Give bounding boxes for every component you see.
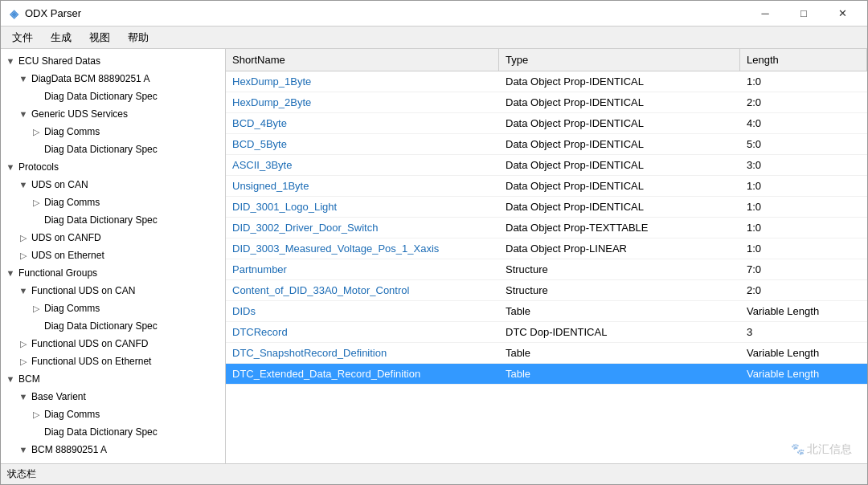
expand-icon-uds-canfd[interactable]: ▷ bbox=[17, 231, 30, 244]
sidebar-item-ecu-shared[interactable]: ▼ECU Shared Datas bbox=[1, 52, 225, 70]
table-row[interactable]: PartnumberStructure7:0 bbox=[226, 259, 867, 280]
cell-shortname-8: DID_3003_Measured_Voltage_Pos_1_Xaxis bbox=[226, 243, 499, 255]
cell-shortname-4: ASCII_3Byte bbox=[226, 159, 499, 171]
cell-shortname-10: Content_of_DID_33A0_Motor_Control bbox=[226, 284, 499, 296]
sidebar-item-diag-comms-3[interactable]: ▷Diag Comms bbox=[1, 300, 225, 317]
table-row[interactable]: DTCRecordDTC Dop-IDENTICAL3 bbox=[226, 322, 867, 343]
table-row[interactable]: ASCII_3ByteData Object Prop-IDENTICAL3:0 bbox=[226, 155, 867, 176]
cell-length-0: 1:0 bbox=[740, 75, 867, 88]
cell-shortname-5: Unsigned_1Byte bbox=[226, 180, 499, 192]
cell-length-12: 3 bbox=[740, 326, 867, 338]
cell-length-5: 1:0 bbox=[740, 180, 867, 192]
sidebar-item-func-uds-eth[interactable]: ▷Functional UDS on Ethernet bbox=[1, 353, 225, 370]
expand-icon-bcm-88890251[interactable]: ▼ bbox=[17, 443, 30, 456]
cell-shortname-9: Partnumber bbox=[226, 263, 499, 275]
expand-icon-diag-dict-4[interactable] bbox=[30, 320, 43, 332]
sidebar-label-func-uds-canfd: Functional UDS on CANFD bbox=[30, 338, 148, 349]
menu-item-文件[interactable]: 文件 bbox=[4, 27, 41, 48]
expand-icon-generic-uds[interactable]: ▼ bbox=[17, 108, 30, 120]
expand-icon-diag-comms-1[interactable]: ▷ bbox=[30, 125, 43, 138]
sidebar-item-diag-bcm[interactable]: ▼DiagData BCM 88890251 A bbox=[1, 70, 225, 88]
cell-type-10: Structure bbox=[499, 284, 740, 296]
cell-type-12: DTC Dop-IDENTICAL bbox=[499, 326, 740, 338]
cell-shortname-11: DIDs bbox=[226, 305, 499, 317]
expand-icon-diag-dict-2[interactable] bbox=[30, 143, 43, 156]
expand-icon-ecu-shared[interactable]: ▼ bbox=[4, 55, 17, 67]
sidebar-item-diag-dict-3[interactable]: Diag Data Dictionary Spec bbox=[1, 211, 225, 229]
expand-icon-diag-bcm[interactable]: ▼ bbox=[17, 72, 30, 85]
table-row[interactable]: Unsigned_1ByteData Object Prop-IDENTICAL… bbox=[226, 176, 867, 197]
sidebar-item-func-uds-canfd[interactable]: ▷Functional UDS on CANFD bbox=[1, 335, 225, 353]
expand-icon-protocols[interactable]: ▼ bbox=[4, 161, 17, 173]
sidebar-item-uds-canfd[interactable]: ▷UDS on CANFD bbox=[1, 229, 225, 247]
expand-icon-functional[interactable]: ▼ bbox=[4, 267, 17, 279]
cell-length-9: 7:0 bbox=[740, 263, 867, 275]
sidebar-item-uds-can[interactable]: ▼UDS on CAN bbox=[1, 176, 225, 194]
menu-item-帮助[interactable]: 帮助 bbox=[120, 27, 157, 48]
sidebar-item-bcm[interactable]: ▼BCM bbox=[1, 370, 225, 388]
expand-icon-diag-comms-2[interactable]: ▷ bbox=[30, 196, 43, 209]
sidebar-item-diag-dict-5[interactable]: Diag Data Dictionary Spec bbox=[1, 423, 225, 441]
sidebar-item-bcm-88890251[interactable]: ▼BCM 88890251 A bbox=[1, 441, 225, 459]
sidebar-item-generic-uds[interactable]: ▼Generic UDS Services bbox=[1, 105, 225, 123]
expand-icon-bcm[interactable]: ▼ bbox=[4, 373, 17, 385]
sidebar-item-func-uds-can[interactable]: ▼Functional UDS on CAN bbox=[1, 282, 225, 300]
sidebar-item-diag-comms-1[interactable]: ▷Diag Comms bbox=[1, 123, 225, 141]
expand-icon-diag-dict-1[interactable] bbox=[30, 90, 43, 103]
cell-type-3: Data Object Prop-IDENTICAL bbox=[499, 138, 740, 150]
status-label: 状态栏 bbox=[7, 467, 36, 481]
sidebar-item-uds-ethernet[interactable]: ▷UDS on Ethernet bbox=[1, 247, 225, 264]
sidebar-item-diag-comms-4[interactable]: ▷Diag Comms bbox=[1, 406, 225, 423]
sidebar-item-functional[interactable]: ▼Functional Groups bbox=[1, 264, 225, 282]
cell-type-6: Data Object Prop-IDENTICAL bbox=[499, 201, 740, 213]
maximize-button[interactable]: □ bbox=[785, 1, 822, 26]
expand-icon-uds-can[interactable]: ▼ bbox=[17, 178, 30, 191]
expand-icon-base-varient[interactable]: ▼ bbox=[17, 390, 30, 403]
header-shortname: ShortName bbox=[226, 49, 499, 71]
cell-shortname-6: DID_3001_Logo_Light bbox=[226, 201, 499, 213]
expand-icon-diag-comms-4[interactable]: ▷ bbox=[30, 408, 43, 421]
table-row[interactable]: BCD_5ByteData Object Prop-IDENTICAL5:0 bbox=[226, 134, 867, 155]
sidebar-item-diag-dict-1[interactable]: Diag Data Dictionary Spec bbox=[1, 88, 225, 105]
cell-length-7: 1:0 bbox=[740, 222, 867, 234]
sidebar-item-protocols[interactable]: ▼Protocols bbox=[1, 158, 225, 176]
cell-type-11: Table bbox=[499, 305, 740, 317]
sidebar-label-uds-can: UDS on CAN bbox=[30, 179, 88, 190]
menu-item-生成[interactable]: 生成 bbox=[43, 27, 80, 48]
expand-icon-diag-dict-3[interactable] bbox=[30, 214, 43, 226]
table-row[interactable]: BCD_4ByteData Object Prop-IDENTICAL4:0 bbox=[226, 113, 867, 134]
table-row[interactable]: Content_of_DID_33A0_Motor_ControlStructu… bbox=[226, 280, 867, 301]
menu-item-视图[interactable]: 视图 bbox=[81, 27, 118, 48]
minimize-button[interactable]: ─ bbox=[747, 1, 784, 26]
table-row[interactable]: DID_3003_Measured_Voltage_Pos_1_XaxisDat… bbox=[226, 238, 867, 259]
expand-icon-diag-comms-3[interactable]: ▷ bbox=[30, 302, 43, 315]
sidebar-item-diag-comms-2[interactable]: ▷Diag Comms bbox=[1, 194, 225, 211]
cell-length-8: 1:0 bbox=[740, 243, 867, 255]
cell-type-0: Data Object Prop-IDENTICAL bbox=[499, 75, 740, 88]
sidebar-label-bcm: BCM bbox=[17, 373, 40, 385]
close-button[interactable]: ✕ bbox=[824, 1, 861, 26]
cell-shortname-3: BCD_5Byte bbox=[226, 138, 499, 150]
table-row[interactable]: DID_3001_Logo_LightData Object Prop-IDEN… bbox=[226, 197, 867, 218]
sidebar-label-functional: Functional Groups bbox=[17, 267, 97, 279]
expand-icon-func-uds-canfd[interactable]: ▷ bbox=[17, 337, 30, 350]
expand-icon-func-uds-eth[interactable]: ▷ bbox=[17, 355, 30, 368]
cell-type-8: Data Object Prop-LINEAR bbox=[499, 243, 740, 255]
expand-icon-func-uds-can[interactable]: ▼ bbox=[17, 284, 30, 297]
table-row[interactable]: HexDump_2ByteData Object Prop-IDENTICAL2… bbox=[226, 92, 867, 113]
expand-icon-uds-ethernet[interactable]: ▷ bbox=[17, 249, 30, 262]
cell-shortname-7: DID_3002_Driver_Door_Switch bbox=[226, 222, 499, 234]
expand-icon-diag-dict-5[interactable] bbox=[30, 426, 43, 438]
app-icon: ◈ bbox=[7, 7, 20, 20]
table-row[interactable]: DTC_SnapshotRecord_DefinitionTableVariab… bbox=[226, 343, 867, 364]
table-row[interactable]: DIDsTableVariable Length bbox=[226, 301, 867, 322]
table-body: HexDump_1ByteData Object Prop-IDENTICAL1… bbox=[226, 71, 867, 463]
sidebar-item-diag-dict-4[interactable]: Diag Data Dictionary Spec bbox=[1, 317, 225, 335]
sidebar-item-diag-dict-2[interactable]: Diag Data Dictionary Spec bbox=[1, 141, 225, 158]
table-row[interactable]: DID_3002_Driver_Door_SwitchData Object P… bbox=[226, 218, 867, 238]
table-row[interactable]: HexDump_1ByteData Object Prop-IDENTICAL1… bbox=[226, 71, 867, 92]
cell-type-13: Table bbox=[499, 347, 740, 359]
table-row[interactable]: DTC_Extended_Data_Record_DefinitionTable… bbox=[226, 364, 867, 385]
sidebar-item-base-varient[interactable]: ▼Base Varient bbox=[1, 388, 225, 406]
cell-type-5: Data Object Prop-IDENTICAL bbox=[499, 180, 740, 192]
